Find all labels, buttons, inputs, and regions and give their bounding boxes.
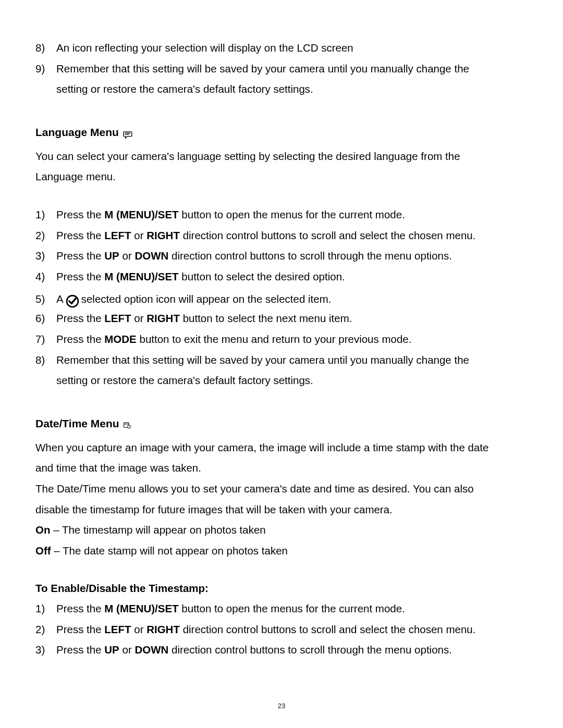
text: – The date stamp will not appear on phot… [51, 545, 288, 557]
text-bold: M (MENU)/SET [104, 602, 178, 614]
text: or [119, 250, 135, 262]
list-text: An icon reflecting your selection will d… [56, 42, 527, 55]
heading-datetime-menu: Date/Time Menu [35, 417, 527, 430]
paragraph: and time that the image was taken. [35, 462, 527, 475]
list-item: 7) Press the MODE button to exit the men… [35, 333, 527, 346]
list-item: 8) An icon reflecting your selection wil… [35, 42, 527, 55]
option-on: On – The timestamp will appear on photos… [35, 524, 527, 537]
text-bold: M (MENU)/SET [104, 208, 178, 220]
checkmark-circle-icon [65, 294, 80, 309]
text: – The timestamp will appear on photos ta… [50, 524, 265, 536]
text: Press the [56, 602, 104, 614]
list-item: 6) Press the LEFT or RIGHT button to sel… [35, 312, 527, 325]
text-bold: UP [104, 644, 119, 656]
list-item: 9) Remember that this setting will be sa… [35, 63, 527, 76]
text-bold: RIGHT [146, 312, 180, 324]
paragraph: You can select your camera's language se… [35, 150, 527, 163]
list-text: Press the M (MENU)/SET button to select … [56, 270, 527, 283]
text: Press the [56, 623, 104, 635]
list-item: 1) Press the M (MENU)/SET button to open… [35, 602, 527, 615]
list-text: Press the MODE button to exit the menu a… [56, 333, 527, 346]
text-bold: M (MENU)/SET [104, 270, 178, 282]
list-number: 9) [35, 63, 56, 76]
option-off: Off – The date stamp will not appear on … [35, 545, 527, 558]
text-bold: DOWN [134, 250, 168, 262]
list-text: Press the LEFT or RIGHT direction contro… [56, 623, 527, 636]
list-number: 1) [35, 208, 56, 221]
list-number: 1) [35, 602, 56, 615]
text: button to select the next menu item. [180, 312, 352, 324]
paragraph: Language menu. [35, 170, 527, 183]
text-bold: On [35, 524, 50, 536]
text-bold: UP [104, 250, 119, 262]
text-bold: RIGHT [146, 229, 180, 241]
list-number: 8) [35, 42, 56, 55]
list-text: Remember that this setting will be saved… [56, 63, 527, 76]
list-item: 2) Press the LEFT or RIGHT direction con… [35, 623, 527, 636]
text: Press the [56, 333, 104, 345]
text-bold: RIGHT [146, 623, 180, 635]
list-item: 2) Press the LEFT or RIGHT direction con… [35, 229, 527, 242]
text: direction control buttons to scroll and … [180, 229, 475, 241]
list-text: A selected option icon will appear on th… [56, 291, 527, 305]
text: Press the [56, 208, 104, 220]
page-number: 23 [0, 702, 563, 710]
subheading-timestamp: To Enable/Disable the Timestamp: [35, 582, 527, 595]
paragraph: disable the timestamp for future images … [35, 503, 527, 516]
text-bold: DOWN [134, 644, 168, 656]
text-bold: LEFT [104, 623, 131, 635]
list-number: 3) [35, 644, 56, 657]
list-text-continuation: setting or restore the camera's default … [35, 374, 527, 387]
page: 8) An icon reflecting your selection wil… [0, 0, 563, 728]
text: button to select the desired option. [179, 270, 345, 282]
heading-text: Date/Time Menu [35, 417, 119, 430]
list-text: Remember that this setting will be saved… [56, 354, 527, 367]
text-bold: LEFT [104, 229, 131, 241]
paragraph: When you capture an image with your came… [35, 441, 527, 454]
speech-bubble-icon [123, 129, 132, 136]
heading-text: Language Menu [35, 126, 119, 139]
list-item: 1) Press the M (MENU)/SET button to open… [35, 208, 527, 221]
paragraph: The Date/Time menu allows you to set you… [35, 483, 527, 496]
text: or [131, 229, 147, 241]
text: or [131, 312, 147, 324]
list-number: 7) [35, 333, 56, 346]
text: or [131, 623, 147, 635]
list-number: 6) [35, 312, 56, 325]
text-bold: LEFT [104, 312, 131, 324]
text: Press the [56, 644, 104, 656]
text: direction control buttons to scroll thro… [168, 644, 452, 656]
text: or [119, 644, 135, 656]
text: selected option icon will appear on the … [81, 293, 332, 306]
text: Press the [56, 250, 104, 262]
list-item: 3) Press the UP or DOWN direction contro… [35, 644, 527, 657]
list-text: Press the LEFT or RIGHT button to select… [56, 312, 527, 325]
text: direction control buttons to scroll thro… [168, 250, 452, 262]
list-number: 5) [35, 293, 56, 306]
text: Press the [56, 270, 104, 282]
list-item: 4) Press the M (MENU)/SET button to sele… [35, 270, 527, 283]
list-number: 3) [35, 250, 56, 263]
text: Press the [56, 229, 104, 241]
list-number: 8) [35, 354, 56, 367]
list-item: 3) Press the UP or DOWN direction contro… [35, 250, 527, 263]
text: button to open the menus for the current… [179, 208, 405, 220]
list-text: Press the M (MENU)/SET button to open th… [56, 602, 527, 615]
list-text-continuation: setting or restore the camera's default … [35, 83, 527, 96]
calendar-clock-icon [124, 419, 131, 426]
list-number: 4) [35, 270, 56, 283]
list-item: 8) Remember that this setting will be sa… [35, 354, 527, 367]
text: button to exit the menu and return to yo… [137, 333, 412, 345]
list-text: Press the LEFT or RIGHT direction contro… [56, 229, 527, 242]
heading-language-menu: Language Menu [35, 126, 527, 139]
text-bold: Off [35, 545, 51, 557]
list-text: Press the UP or DOWN direction control b… [56, 250, 527, 263]
text: button to open the menus for the current… [179, 602, 405, 614]
text-bold: MODE [104, 333, 137, 345]
list-number: 2) [35, 229, 56, 242]
list-text: Press the UP or DOWN direction control b… [56, 644, 527, 657]
text: Press the [56, 312, 104, 324]
text: A [56, 293, 64, 306]
text: direction control buttons to scroll and … [180, 623, 475, 635]
list-item: 5) A selected option icon will appear on… [35, 291, 527, 305]
